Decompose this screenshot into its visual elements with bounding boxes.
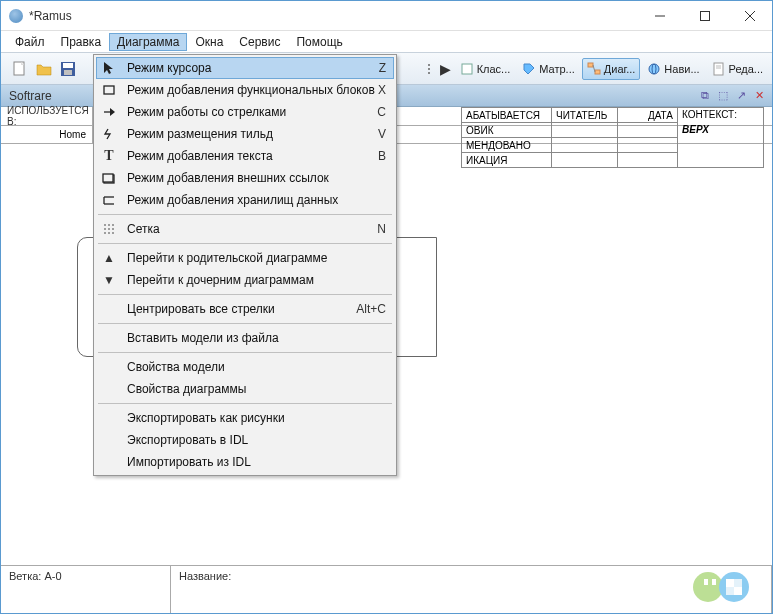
menu-edit[interactable]: Правка bbox=[53, 33, 110, 51]
svg-point-35 bbox=[693, 572, 723, 602]
svg-rect-39 bbox=[726, 579, 734, 587]
window-title: *Ramus bbox=[29, 9, 637, 23]
menu-center-arrows[interactable]: Центрировать все стрелки Alt+C bbox=[96, 298, 394, 320]
extlink-icon bbox=[99, 169, 119, 187]
svg-point-32 bbox=[104, 232, 106, 234]
svg-rect-36 bbox=[704, 579, 708, 585]
minimize-button[interactable] bbox=[637, 1, 682, 30]
svg-point-28 bbox=[112, 224, 114, 226]
svg-point-13 bbox=[649, 64, 659, 74]
separator bbox=[98, 352, 392, 353]
svg-rect-41 bbox=[726, 587, 734, 595]
triangle-down-icon: ▼ bbox=[99, 271, 119, 289]
grip-icon bbox=[428, 59, 434, 79]
svg-point-34 bbox=[112, 232, 114, 234]
diagram-icon bbox=[587, 62, 601, 76]
subheader-icon-3[interactable]: ↗ bbox=[734, 89, 748, 103]
svg-line-12 bbox=[593, 65, 595, 72]
menu-add-func-blocks[interactable]: Режим добавления функциональных блоков X bbox=[96, 79, 394, 101]
menu-insert-models[interactable]: Вставить модели из файла bbox=[96, 327, 394, 349]
toolbar-matrix-button[interactable]: Матр... bbox=[517, 58, 580, 80]
menu-diagram[interactable]: Диаграмма bbox=[109, 33, 187, 51]
svg-rect-40 bbox=[734, 579, 742, 587]
svg-marker-20 bbox=[110, 108, 115, 116]
toolbar-navigator-button[interactable]: Нави... bbox=[642, 58, 704, 80]
arrow-icon bbox=[99, 103, 119, 121]
app-icon bbox=[9, 9, 23, 23]
svg-point-33 bbox=[108, 232, 110, 234]
menu-tilde-mode[interactable]: Режим размещения тильд V bbox=[96, 123, 394, 145]
save-icon[interactable] bbox=[59, 60, 77, 78]
status-name: Название: bbox=[171, 566, 772, 613]
svg-point-31 bbox=[112, 228, 114, 230]
svg-point-29 bbox=[104, 228, 106, 230]
diagram-dropdown: Режим курсора Z Режим добавления функцио… bbox=[93, 54, 397, 476]
svg-rect-7 bbox=[63, 63, 73, 68]
datastore-icon bbox=[99, 191, 119, 209]
menu-text-mode[interactable]: T Режим добавления текста B bbox=[96, 145, 394, 167]
context-table: АБАТЫВАЕТСЯ ЧИТАТЕЛЬ ДАТА КОНТЕКСТ: ВЕРХ… bbox=[461, 107, 764, 168]
menu-model-properties[interactable]: Свойства модели bbox=[96, 356, 394, 378]
menu-export-images[interactable]: Экспортировать как рисунки bbox=[96, 407, 394, 429]
menu-cursor-mode[interactable]: Режим курсора Z bbox=[96, 57, 394, 79]
menu-go-child[interactable]: ▼ Перейти к дочерним диаграммам bbox=[96, 269, 394, 291]
cursor-icon bbox=[99, 59, 119, 77]
triangle-right-icon[interactable]: ▶ bbox=[440, 61, 451, 77]
subheader-icon-2[interactable]: ⬚ bbox=[716, 89, 730, 103]
menu-external-links[interactable]: Режим добавления внешних ссылок bbox=[96, 167, 394, 189]
square-icon bbox=[460, 62, 474, 76]
watermark-icon bbox=[686, 569, 756, 605]
menu-go-parent[interactable]: ▲ Перейти к родительской диаграмме bbox=[96, 247, 394, 269]
grid-icon bbox=[99, 220, 119, 238]
subheader-icon-1[interactable]: ⧉ bbox=[698, 89, 712, 103]
menu-arrow-mode[interactable]: Режим работы со стрелками C bbox=[96, 101, 394, 123]
svg-rect-42 bbox=[734, 587, 742, 595]
menu-import-idl[interactable]: Импортировать из IDL bbox=[96, 451, 394, 473]
status-branch: Ветка: A-0 bbox=[1, 566, 171, 613]
separator bbox=[98, 323, 392, 324]
menu-file[interactable]: Файл bbox=[7, 33, 53, 51]
subheader-close-icon[interactable]: ✕ bbox=[752, 89, 766, 103]
text-icon: T bbox=[99, 147, 119, 165]
separator bbox=[98, 403, 392, 404]
tag-icon bbox=[522, 62, 536, 76]
toolbar-editor-button[interactable]: Реда... bbox=[707, 58, 768, 80]
subheader-label: Softrare bbox=[9, 89, 52, 103]
toolbar-diagram-button[interactable]: Диаг... bbox=[582, 58, 641, 80]
svg-rect-1 bbox=[700, 11, 709, 20]
separator bbox=[98, 214, 392, 215]
svg-rect-18 bbox=[104, 86, 114, 94]
separator bbox=[98, 243, 392, 244]
maximize-button[interactable] bbox=[682, 1, 727, 30]
svg-rect-10 bbox=[588, 63, 593, 67]
box-icon bbox=[99, 81, 119, 99]
menu-grid[interactable]: Сетка N bbox=[96, 218, 394, 240]
menu-diagram-properties[interactable]: Свойства диаграммы bbox=[96, 378, 394, 400]
separator bbox=[98, 294, 392, 295]
info-home-label: Home bbox=[1, 126, 93, 143]
menu-help[interactable]: Помощь bbox=[288, 33, 350, 51]
new-icon[interactable] bbox=[11, 60, 29, 78]
titlebar: *Ramus bbox=[1, 1, 772, 31]
svg-point-30 bbox=[108, 228, 110, 230]
svg-rect-11 bbox=[595, 70, 600, 74]
page-icon bbox=[712, 62, 726, 76]
menu-export-idl[interactable]: Экспортировать в IDL bbox=[96, 429, 394, 451]
close-button[interactable] bbox=[727, 1, 772, 30]
open-icon[interactable] bbox=[35, 60, 53, 78]
globe-icon bbox=[647, 62, 661, 76]
svg-point-27 bbox=[108, 224, 110, 226]
menubar: Файл Правка Диаграмма Окна Сервис Помощь bbox=[1, 31, 772, 53]
svg-rect-15 bbox=[714, 63, 723, 75]
menu-data-stores[interactable]: Режим добавления хранилищ данных bbox=[96, 189, 394, 211]
toolbar-classifier-button[interactable]: Клас... bbox=[455, 58, 516, 80]
triangle-up-icon: ▲ bbox=[99, 249, 119, 267]
menu-windows[interactable]: Окна bbox=[187, 33, 231, 51]
svg-point-26 bbox=[104, 224, 106, 226]
tilde-icon bbox=[99, 125, 119, 143]
svg-rect-37 bbox=[712, 579, 716, 585]
svg-rect-9 bbox=[462, 64, 472, 74]
menu-service[interactable]: Сервис bbox=[231, 33, 288, 51]
info-used-in-label: ИСПОЛЬЗУЕТСЯ В: bbox=[1, 107, 93, 125]
svg-rect-22 bbox=[103, 174, 113, 182]
